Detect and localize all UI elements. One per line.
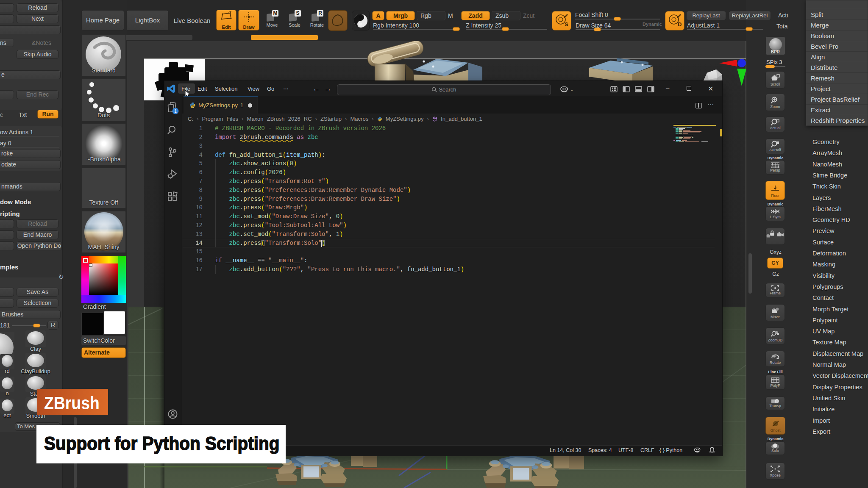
- svg-text:1: 1: [174, 109, 177, 114]
- svg-text:D: D: [678, 21, 682, 28]
- svg-text:S: S: [565, 21, 568, 28]
